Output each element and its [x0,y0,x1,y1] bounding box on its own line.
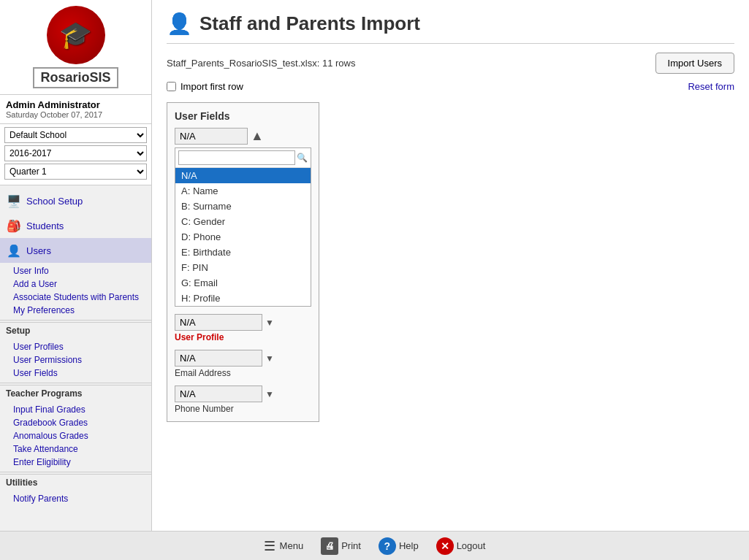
user-profile-field-row: N/A ▼ User Profile [175,314,311,342]
toolbar: Staff_Parents_RosarioSIS_test.xlsx: 11 r… [167,53,734,74]
students-icon: 🎒 [6,218,22,234]
nav-user-permissions[interactable]: User Permissions [7,353,151,367]
import-options-row: Import first row Reset form [167,81,734,92]
user-fields-top-select[interactable]: N/A [175,128,248,145]
bottom-bar: ☰ Menu 🖨 Print ? Help ✕ Logout [0,531,749,560]
user-profile-label: User Profile [175,332,311,342]
email-address-label: Email Address [175,368,311,378]
page-header-icon: 👤 [167,12,192,36]
hamburger-icon: ☰ [264,538,275,554]
phone-number-arrow: ▼ [265,389,274,399]
teacher-submenu: Input Final Grades Gradebook Grades Anom… [0,402,151,470]
nav-my-preferences[interactable]: My Preferences [7,304,151,317]
sidebar-item-school-setup[interactable]: 🖥️ School Setup [0,188,151,213]
user-profile-select[interactable]: N/A [175,314,262,331]
dropdown-option-f-pin[interactable]: F: PIN [175,260,311,275]
sidebar-item-users[interactable]: 👤 Users [0,238,151,263]
nav-user-info[interactable]: User Info [7,264,151,277]
nav-user-profiles[interactable]: User Profiles [7,340,151,353]
print-label: Print [341,540,361,551]
phone-number-field-row: N/A ▼ Phone Number [175,386,311,414]
help-label: Help [399,540,419,551]
dropdown-option-b-surname[interactable]: B: Surname [175,199,311,214]
user-date: Saturday October 07, 2017 [6,110,145,119]
sidebar: 🎓 RosarioSIS Admin Administrator Saturda… [0,0,152,531]
email-address-field-row: N/A ▼ Email Address [175,350,311,378]
user-name: Admin Administrator [6,99,145,110]
logo-text: RosarioSIS [33,67,118,88]
dropdown-option-a-name[interactable]: A: Name [175,183,311,199]
teacher-programs-label: Teacher Programs [0,385,151,402]
nav-gradebook-grades[interactable]: Gradebook Grades [7,416,151,429]
users-label: Users [26,245,51,256]
nav-notify-parents[interactable]: Notify Parents [7,492,151,505]
menu-item[interactable]: ☰ Menu [264,538,304,554]
user-fields-title: User Fields [175,110,311,122]
utilities-label: Utilities [0,474,151,491]
print-item[interactable]: 🖨 Print [321,537,361,555]
dropdown-option-g-email[interactable]: G: Email [175,275,311,291]
nav-take-attendance[interactable]: Take Attendance [7,442,151,456]
sidebar-context-dropdowns: Default School 2016-2017 Quarter 1 [0,124,151,185]
nav-anomalous-grades[interactable]: Anomalous Grades [7,429,151,442]
nav-user-fields[interactable]: User Fields [7,367,151,380]
import-first-row-checkbox[interactable] [167,82,176,91]
setup-section-label: Setup [0,322,151,339]
utilities-submenu: Notify Parents [0,491,151,507]
nav-associate-students[interactable]: Associate Students with Parents [7,291,151,304]
nav-add-user[interactable]: Add a User [7,277,151,291]
setup-submenu: User Profiles User Permissions User Fiel… [0,339,151,381]
dropdown-option-e-birthdate[interactable]: E: Birthdate [175,245,311,260]
school-setup-label: School Setup [26,196,83,207]
import-users-button[interactable]: Import Users [655,53,734,74]
menu-label: Menu [280,540,304,551]
students-label: Students [26,220,64,231]
phone-number-label: Phone Number [175,404,311,414]
nav-enter-eligibility[interactable]: Enter Eligibility [7,456,151,469]
help-item[interactable]: ? Help [379,537,419,555]
users-icon: 👤 [6,242,22,258]
school-select[interactable]: Default School [4,127,147,143]
print-icon: 🖨 [321,537,338,555]
dropdown-option-na[interactable]: N/A [175,168,311,183]
page-title: Staff and Parents Import [199,12,420,35]
user-fields-panel: User Fields N/A ▲ 🔍 N/A A: Name [167,102,319,422]
logo-circle: 🎓 [47,6,105,64]
help-icon: ? [379,537,396,555]
nav-input-final-grades[interactable]: Input Final Grades [7,403,151,416]
email-address-arrow: ▼ [265,353,274,364]
logo-area: 🎓 RosarioSIS [0,0,151,95]
import-first-row-label[interactable]: Import first row [167,81,243,92]
school-setup-icon: 🖥️ [6,193,22,209]
dropdown-option-d-phone[interactable]: D: Phone [175,229,311,245]
logout-label: Logout [457,540,486,551]
main-content: 👤 Staff and Parents Import Staff_Parents… [152,0,749,531]
year-select[interactable]: 2016-2017 [4,145,147,161]
user-profile-arrow: ▼ [265,318,274,328]
sidebar-item-students[interactable]: 🎒 Students [0,213,151,238]
email-address-select[interactable]: N/A [175,350,262,367]
user-fields-expand-btn[interactable]: ▲ [251,129,264,144]
dropdown-option-c-gender[interactable]: C: Gender [175,214,311,229]
dropdown-search-row: 🔍 [175,148,311,168]
graduation-cap-icon: 🎓 [59,20,92,50]
quarter-select[interactable]: Quarter 1 [4,164,147,180]
users-submenu: User Info Add a User Associate Students … [0,263,151,318]
page-header: 👤 Staff and Parents Import [167,12,734,44]
user-fields-dropdown: 🔍 N/A A: Name B: Surname C: Gender D: Ph… [175,147,311,307]
logout-icon: ✕ [436,537,454,555]
phone-number-select[interactable]: N/A [175,386,262,402]
file-info: Staff_Parents_RosarioSIS_test.xlsx: 11 r… [167,58,355,69]
nav-section: 🖥️ School Setup 🎒 Students 👤 Users User … [0,185,151,510]
search-icon: 🔍 [297,153,308,163]
dropdown-search-input[interactable] [178,150,295,165]
dropdown-option-h-profile[interactable]: H: Profile [175,291,311,306]
logout-item[interactable]: ✕ Logout [436,537,486,555]
reset-form-link[interactable]: Reset form [688,81,734,92]
sidebar-user-info: Admin Administrator Saturday October 07,… [0,95,151,124]
